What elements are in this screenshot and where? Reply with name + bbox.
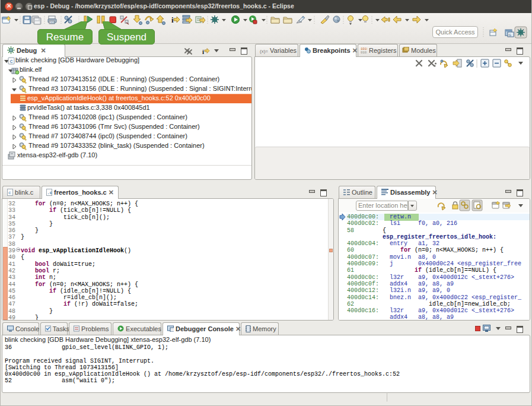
- svg-text:i: i: [171, 15, 174, 24]
- svg-text:G: G: [509, 33, 512, 37]
- svg-text:0101: 0101: [361, 50, 367, 54]
- svg-text:.c: .c: [47, 191, 52, 195]
- svg-text:c: c: [10, 59, 13, 65]
- svg-text:000: 000: [50, 21, 55, 24]
- svg-text:c: c: [8, 190, 11, 195]
- svg-text:i: i: [202, 48, 204, 55]
